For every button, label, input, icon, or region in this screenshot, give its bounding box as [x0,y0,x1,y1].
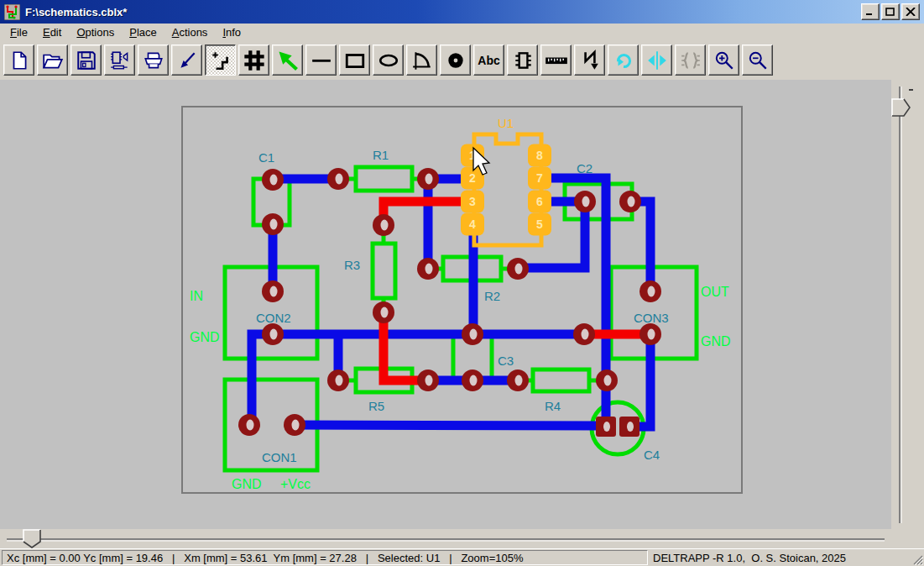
pad[interactable] [262,169,284,191]
menu-item-edit[interactable]: Edit [35,24,69,40]
menu-item-file[interactable]: File [3,24,35,40]
ic-pin-4[interactable]: 4 [461,213,484,236]
pad[interactable] [639,323,661,345]
net-label-OUT: OUT [701,285,729,299]
ic-pin-5[interactable]: 5 [528,213,551,236]
pad[interactable] [327,168,349,190]
draw-line-tool-button[interactable] [171,45,202,76]
component-label-CON1: CON1 [262,450,297,464]
component-library-button[interactable] [104,45,135,76]
pad[interactable] [238,414,260,436]
trace-top[interactable] [518,202,585,268]
line-shape-button[interactable] [305,45,337,76]
trackbar-corner [891,529,924,548]
net-label-Vcc: +Vcc [280,477,311,491]
component-outline-R3[interactable] [373,244,395,298]
selected-component-U1[interactable]: 12348765U1 [461,116,551,245]
pad[interactable] [262,323,284,345]
pad[interactable] [417,258,439,280]
maximize-button[interactable] [881,3,900,20]
net-route-tool-button[interactable] [574,45,605,76]
select-tool-button[interactable] [272,45,303,76]
pad[interactable] [262,280,284,302]
vtrack-thumb[interactable] [892,99,910,116]
grid-toggle-button[interactable] [238,45,269,76]
resize-grip[interactable] [911,553,923,565]
rectangle-shape-button[interactable] [339,45,370,76]
rotate-icon [613,50,634,71]
pad[interactable] [573,323,595,345]
ic-pin-8[interactable]: 8 [528,144,551,167]
menu-item-info[interactable]: Info [215,24,248,40]
component-outline-R1[interactable] [356,167,412,191]
close-button[interactable] [901,3,920,20]
pad[interactable] [327,369,349,391]
htrack-thumb[interactable] [23,530,40,548]
route-trace-tool-button[interactable] [205,45,236,76]
pad[interactable] [574,191,596,212]
ic-tool-button[interactable] [507,45,538,76]
component-outline-R4[interactable] [533,369,589,391]
zoom-out-button[interactable] [742,45,773,76]
ic-pin-3[interactable]: 3 [461,191,484,213]
mirror-button[interactable] [641,45,672,76]
pcb-svg[interactable]: 12348765U1C1R1C2R3R2CON2CON3C3R5R4CON1C4… [0,80,891,529]
pad[interactable] [619,191,641,212]
component-label-R1: R1 [373,148,389,162]
component-chip-icon [109,50,131,71]
measure-tool-button[interactable] [540,45,572,76]
horizontal-trackbar-svg [0,529,891,548]
ic-pin-7[interactable]: 7 [528,167,551,190]
ruler-icon [545,49,568,72]
pad[interactable] [507,258,529,280]
pad[interactable] [284,414,305,436]
ellipse-shape-button[interactable] [373,45,404,76]
select-arrow-icon [276,49,300,72]
print-icon [143,50,164,71]
pad-square[interactable] [596,417,616,437]
pad[interactable] [596,369,618,391]
pcb-canvas[interactable]: 12348765U1C1R1C2R3R2CON2CON3C3R5R4CON1C4… [0,80,891,529]
vertical-trackbar[interactable] [891,80,924,529]
pad[interactable] [262,213,284,235]
arc-shape-button[interactable] [406,45,437,76]
net-label-GND: GND [701,334,731,349]
zoom-in-button[interactable] [708,45,739,76]
footprint-button[interactable] [675,45,706,76]
component-label-U1[interactable]: U1 [498,116,514,130]
text-tool-icon: Abc [478,54,499,67]
route-trace-icon [210,50,232,71]
svg-text:5: 5 [536,217,543,231]
menu-item-place[interactable]: Place [122,24,164,40]
pad-square[interactable] [619,417,639,437]
ic-pin-6[interactable]: 6 [528,191,551,213]
pad[interactable] [373,214,394,236]
pad[interactable] [417,369,439,391]
pad[interactable] [462,369,483,391]
toolbar: Abc [0,40,924,80]
new-file-button[interactable] [3,45,34,76]
rotate-button[interactable] [608,45,639,76]
ellipse-icon [378,50,399,71]
pad[interactable] [462,323,483,345]
svg-text:3: 3 [469,195,476,208]
minimize-button[interactable] [861,3,880,20]
text-tool-button[interactable]: Abc [473,45,504,76]
menu-item-options[interactable]: Options [69,24,122,40]
component-label-R5: R5 [368,399,384,413]
pad[interactable] [507,369,529,391]
menu-item-actions[interactable]: Actions [164,24,216,40]
open-file-button[interactable] [37,45,68,76]
save-button[interactable] [70,45,102,76]
pad[interactable] [639,280,661,302]
trace-top[interactable] [295,425,606,426]
svg-text:8: 8 [536,149,543,162]
pads-layer[interactable] [238,168,661,437]
pad[interactable] [417,168,439,190]
print-button[interactable] [138,45,169,76]
arc-icon [411,50,433,71]
pad[interactable] [373,301,394,323]
horizontal-trackbar[interactable] [0,529,891,548]
title-bar[interactable]: F:\schematics.cblx* [0,0,924,24]
pad-tool-button[interactable] [440,45,471,76]
